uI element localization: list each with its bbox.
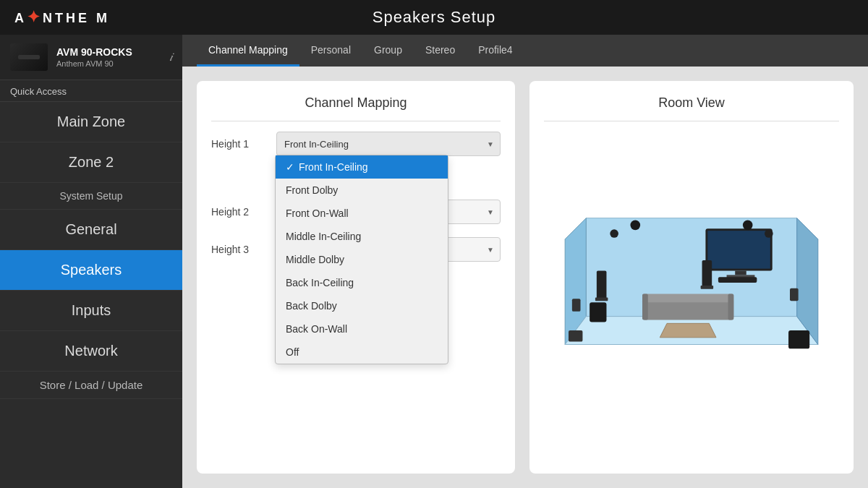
svg-point-20 bbox=[630, 221, 640, 231]
svg-rect-13 bbox=[597, 271, 607, 299]
dropdown-item-back-dolby[interactable]: Back Dolby bbox=[276, 294, 448, 317]
svg-rect-19 bbox=[590, 302, 606, 322]
device-thumbnail-inner bbox=[10, 43, 48, 71]
dropdown-item-back-in-ceiling[interactable]: Back In-Ceiling bbox=[276, 271, 448, 294]
device-info: AVM 90-ROCKS Anthem AVM 90 bbox=[56, 46, 165, 68]
svg-rect-5 bbox=[707, 231, 770, 268]
tab-channel-mapping[interactable]: Channel Mapping bbox=[197, 35, 299, 67]
svg-rect-11 bbox=[642, 294, 648, 320]
dropdown-item-front-in-ceiling[interactable]: Front In-Ceiling bbox=[276, 155, 448, 179]
dropdown-item-front-dolby[interactable]: Front Dolby bbox=[276, 179, 448, 202]
dropdown-item-middle-in-ceiling[interactable]: Middle In-Ceiling bbox=[276, 225, 448, 248]
tab-stereo[interactable]: Stereo bbox=[414, 35, 467, 67]
svg-rect-18 bbox=[790, 288, 799, 301]
svg-rect-6 bbox=[735, 271, 746, 275]
height-2-label: Height 2 bbox=[211, 206, 276, 218]
device-name: AVM 90-ROCKS bbox=[56, 46, 165, 58]
tab-bar: Channel Mapping Personal Group Stereo Pr… bbox=[182, 35, 868, 67]
svg-rect-12 bbox=[728, 294, 734, 320]
panels-row: Channel Mapping Height 1 Front In-Ceilin… bbox=[182, 67, 868, 488]
main-layout: AVM 90-ROCKS Anthem AVM 90 𝑖 Quick Acces… bbox=[0, 35, 868, 488]
room-view-canvas bbox=[544, 132, 839, 459]
room-view-panel: Room View bbox=[529, 81, 854, 474]
device-thumbnail bbox=[10, 43, 48, 71]
room-view-svg bbox=[544, 132, 839, 459]
sidebar-item-inputs[interactable]: Inputs bbox=[0, 291, 182, 331]
svg-rect-16 bbox=[701, 286, 713, 289]
sidebar-item-zone-2[interactable]: Zone 2 bbox=[0, 142, 182, 183]
sidebar-item-speakers[interactable]: Speakers bbox=[0, 250, 182, 291]
tab-personal[interactable]: Personal bbox=[299, 35, 362, 67]
app-header: A✦NTHE M Speakers Setup bbox=[0, 0, 868, 35]
svg-rect-10 bbox=[642, 294, 733, 303]
height-3-label: Height 3 bbox=[211, 244, 276, 255]
svg-rect-14 bbox=[595, 297, 608, 301]
svg-point-23 bbox=[765, 229, 773, 238]
content-area: Channel Mapping Personal Group Stereo Pr… bbox=[182, 35, 868, 488]
svg-rect-8 bbox=[718, 277, 757, 283]
room-view-title: Room View bbox=[544, 95, 839, 121]
height-1-label: Height 1 bbox=[211, 138, 276, 150]
device-section[interactable]: AVM 90-ROCKS Anthem AVM 90 𝑖 bbox=[0, 35, 182, 80]
info-icon[interactable]: 𝑖 bbox=[169, 51, 172, 64]
svg-rect-15 bbox=[702, 260, 712, 287]
channel-mapping-panel: Channel Mapping Height 1 Front In-Ceilin… bbox=[197, 81, 515, 474]
svg-marker-26 bbox=[660, 323, 716, 337]
svg-rect-17 bbox=[572, 299, 581, 311]
dropdown-item-off[interactable]: Off bbox=[276, 341, 448, 364]
page-title: Speakers Setup bbox=[373, 8, 496, 27]
tab-group[interactable]: Group bbox=[362, 35, 414, 67]
svg-rect-24 bbox=[788, 330, 809, 348]
sidebar-item-network[interactable]: Network bbox=[0, 331, 182, 372]
sidebar-item-store-load-update[interactable]: Store / Load / Update bbox=[0, 372, 182, 399]
quick-access-label: Quick Access bbox=[0, 80, 182, 102]
sidebar-item-general[interactable]: General bbox=[0, 210, 182, 250]
device-model: Anthem AVM 90 bbox=[56, 59, 165, 68]
tab-profile4[interactable]: Profile4 bbox=[467, 35, 524, 67]
dropdown-menu: Front In-Ceiling Front Dolby Front On-Wa… bbox=[275, 155, 448, 364]
sidebar-item-system-setup[interactable]: System Setup bbox=[0, 183, 182, 210]
svg-point-22 bbox=[610, 229, 618, 238]
dropdown-item-front-on-wall[interactable]: Front On-Wall bbox=[276, 202, 448, 225]
channel-row-height-1: Height 1 Front In-Ceiling Front In-Ceili… bbox=[211, 132, 501, 156]
svg-point-21 bbox=[743, 221, 753, 231]
channel-mapping-title: Channel Mapping bbox=[211, 95, 501, 121]
dropdown-item-middle-dolby[interactable]: Middle Dolby bbox=[276, 248, 448, 271]
dropdown-item-back-on-wall[interactable]: Back On-Wall bbox=[276, 317, 448, 341]
sidebar-item-main-zone[interactable]: Main Zone bbox=[0, 102, 182, 142]
app-logo: A✦NTHE M bbox=[14, 8, 110, 27]
height-1-select[interactable]: Front In-Ceiling bbox=[276, 132, 501, 156]
svg-rect-25 bbox=[569, 330, 582, 342]
sidebar: AVM 90-ROCKS Anthem AVM 90 𝑖 Quick Acces… bbox=[0, 35, 182, 488]
